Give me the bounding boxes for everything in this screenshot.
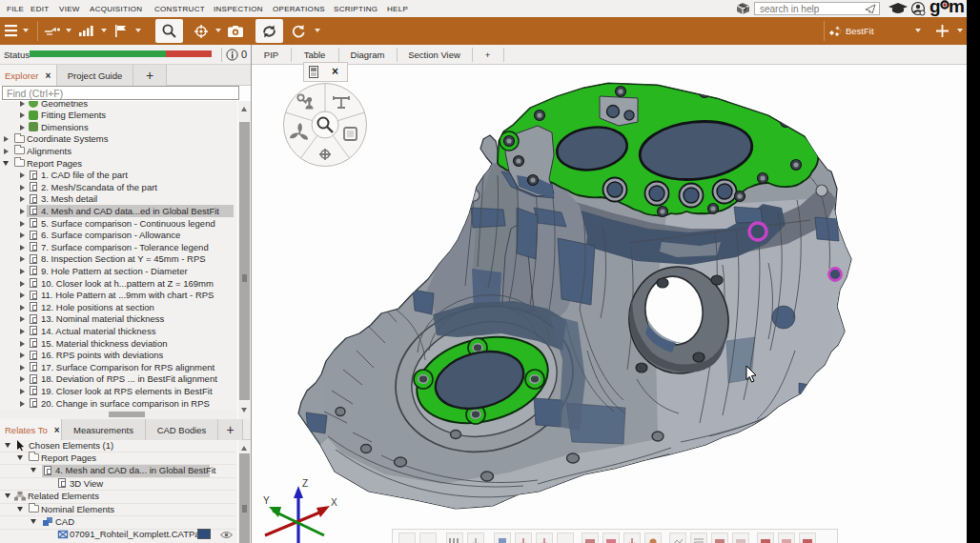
svg-text:Y: Y: [263, 495, 270, 506]
svg-text:Z: Z: [302, 479, 308, 489]
svg-text:X: X: [331, 497, 337, 508]
